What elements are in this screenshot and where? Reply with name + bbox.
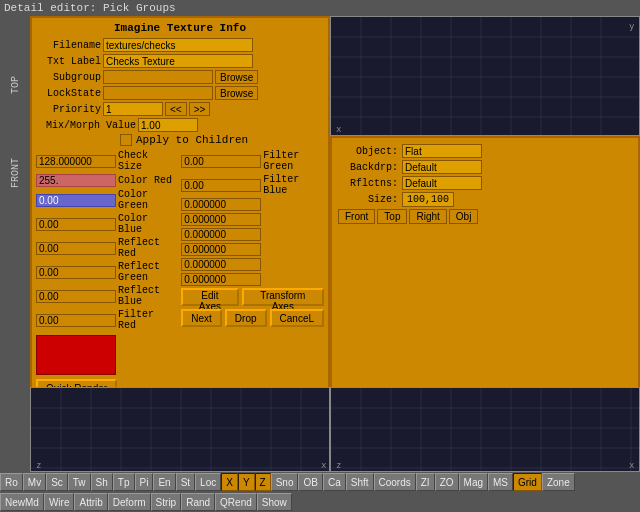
color-blue-input[interactable]: [36, 218, 116, 231]
mix-morph-row: Mix/Morph Value: [36, 118, 324, 132]
obj-face-button[interactable]: Obj: [449, 209, 479, 224]
extra2-input[interactable]: [181, 213, 261, 226]
toolbar-zone[interactable]: Zone: [542, 473, 575, 491]
toolbar-show[interactable]: Show: [257, 493, 292, 511]
toolbar-y[interactable]: Y: [238, 473, 255, 491]
browse-subgroup-button[interactable]: Browse: [215, 70, 258, 84]
drop-button[interactable]: Drop: [225, 309, 267, 327]
data-row-check-size: Check Size: [36, 150, 177, 172]
toolbar-coords[interactable]: Coords: [374, 473, 416, 491]
data-row-filter-red: Filter Red: [36, 309, 177, 331]
priority-right-button[interactable]: >>: [189, 102, 211, 116]
toolbar-mag[interactable]: Mag: [459, 473, 488, 491]
data-row-color-blue: Color Blue: [36, 213, 177, 235]
right-face-button[interactable]: Right: [409, 209, 446, 224]
toolbar-deform[interactable]: Deform: [108, 493, 151, 511]
color-green-input[interactable]: [36, 194, 116, 207]
viewport-bl-grid: z x: [31, 388, 329, 471]
lockstate-row: LockState Browse: [36, 86, 324, 100]
cancel-button[interactable]: CanceL: [270, 309, 324, 327]
toolbar-z[interactable]: Z: [255, 473, 271, 491]
rflctns-input[interactable]: [402, 176, 482, 190]
front-face-button[interactable]: Front: [338, 209, 375, 224]
toolbar-st[interactable]: St: [176, 473, 195, 491]
toolbar-newmd[interactable]: NewMd: [0, 493, 44, 511]
priority-input[interactable]: [103, 102, 163, 116]
toolbar-strip[interactable]: Strip: [151, 493, 182, 511]
toolbar-ms[interactable]: MS: [488, 473, 513, 491]
viewport-top-right: x y: [330, 16, 640, 136]
edit-axes-button[interactable]: Edit Axes: [181, 288, 238, 306]
toolbar-tp[interactable]: Tp: [113, 473, 135, 491]
apply-checkbox[interactable]: [120, 134, 132, 146]
toolbar-loc[interactable]: Loc: [195, 473, 221, 491]
extra1-input[interactable]: [181, 198, 261, 211]
toolbar-tw[interactable]: Tw: [68, 473, 91, 491]
toolbar-ob[interactable]: OB: [298, 473, 322, 491]
reflect-red-input[interactable]: [36, 242, 116, 255]
size-row: Size: 100,100: [338, 192, 632, 207]
next-button[interactable]: Next: [181, 309, 222, 327]
object-input[interactable]: [402, 144, 482, 158]
filter-green-input2[interactable]: [181, 155, 261, 168]
data-row-filter-green: Filter Green: [181, 150, 324, 172]
reflect-blue-input[interactable]: [36, 290, 116, 303]
toolbar-pi[interactable]: Pi: [135, 473, 154, 491]
color-swatch[interactable]: [36, 335, 116, 375]
svg-text:z: z: [336, 460, 341, 470]
toolbar-grid[interactable]: Grid: [513, 473, 542, 491]
extra3-input[interactable]: [181, 228, 261, 241]
lockstate-input[interactable]: [103, 86, 213, 100]
data-row-extra6: [181, 273, 324, 286]
data-row-extra1: [181, 198, 324, 211]
data-right: Filter Green Filter Blue: [181, 150, 324, 417]
face-buttons: Front Top Right Obj: [338, 209, 632, 224]
top-face-button[interactable]: Top: [377, 209, 407, 224]
svg-text:x: x: [321, 460, 327, 470]
toolbar-sno[interactable]: Sno: [271, 473, 299, 491]
toolbar-shft[interactable]: Shft: [346, 473, 374, 491]
filter-blue-input2[interactable]: [181, 179, 261, 192]
toolbar-en[interactable]: En: [153, 473, 175, 491]
toolbar-rand[interactable]: Rand: [181, 493, 215, 511]
filename-input[interactable]: [103, 38, 253, 52]
color-red-input[interactable]: [36, 174, 116, 187]
toolbar-zo[interactable]: ZO: [435, 473, 459, 491]
reflect-red-label: Reflect Red: [118, 237, 177, 259]
data-row-reflect-red: Reflect Red: [36, 237, 177, 259]
check-size-label: Check Size: [118, 150, 177, 172]
texture-info-title: Imagine Texture Info: [36, 22, 324, 34]
toolbar-x[interactable]: X: [221, 473, 238, 491]
subgroup-label: Subgroup: [36, 72, 101, 83]
color-blue-label: Color Blue: [118, 213, 177, 235]
toolbar-mv[interactable]: Mv: [23, 473, 46, 491]
edit-transform-row: Edit Axes Transform Axes: [181, 288, 324, 306]
toolbar-wire[interactable]: Wire: [44, 493, 75, 511]
right-buttons: Edit Axes Transform Axes Next Drop Cance…: [181, 288, 324, 327]
toolbar-sh[interactable]: Sh: [91, 473, 113, 491]
toolbar-ca[interactable]: Ca: [323, 473, 346, 491]
priority-row: Priority << >>: [36, 102, 324, 116]
extra6-input[interactable]: [181, 273, 261, 286]
backdrp-input[interactable]: [402, 160, 482, 174]
data-table: Check Size Color Red Color Green Color B…: [36, 150, 324, 417]
svg-text:z: z: [36, 460, 41, 470]
filter-red-input[interactable]: [36, 314, 116, 327]
toolbar-ro[interactable]: Ro: [0, 473, 23, 491]
toolbar-sc[interactable]: Sc: [46, 473, 68, 491]
subgroup-input[interactable]: [103, 70, 213, 84]
toolbar-zi[interactable]: ZI: [416, 473, 435, 491]
toolbar-attrib[interactable]: Attrib: [74, 493, 107, 511]
priority-left-button[interactable]: <<: [165, 102, 187, 116]
extra5-input[interactable]: [181, 258, 261, 271]
reflect-green-input[interactable]: [36, 266, 116, 279]
apply-to-children-row: Apply to Children: [36, 134, 324, 146]
backdrp-row: Backdrp:: [338, 160, 632, 174]
extra4-input[interactable]: [181, 243, 261, 256]
browse-lockstate-button[interactable]: Browse: [215, 86, 258, 100]
transform-axes-button[interactable]: Transform Axes: [242, 288, 324, 306]
toolbar-qrend[interactable]: QRend: [215, 493, 257, 511]
mix-morph-input[interactable]: [138, 118, 198, 132]
txt-label-input[interactable]: [103, 54, 253, 68]
check-size-input[interactable]: [36, 155, 116, 168]
